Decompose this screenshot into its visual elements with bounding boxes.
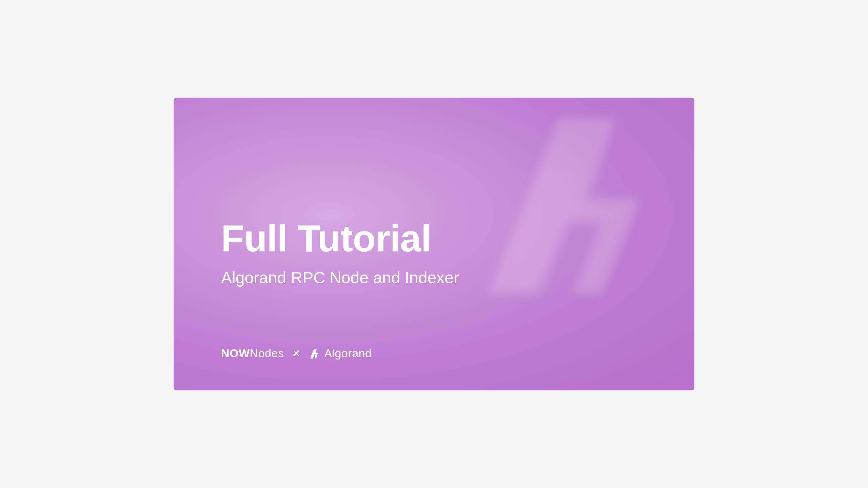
nownodes-logo: NOWNodes bbox=[221, 347, 284, 360]
nownodes-logo-light: Nodes bbox=[250, 347, 284, 360]
subtitle: Algorand RPC Node and Indexer bbox=[221, 268, 459, 287]
algorand-icon bbox=[309, 347, 321, 360]
promo-banner: Full Tutorial Algorand RPC Node and Inde… bbox=[174, 98, 694, 390]
text-content: Full Tutorial Algorand RPC Node and Inde… bbox=[221, 220, 459, 287]
algorand-logo: Algorand bbox=[309, 347, 372, 360]
algorand-logo-text: Algorand bbox=[324, 347, 372, 360]
main-title: Full Tutorial bbox=[221, 220, 459, 258]
partner-logos: NOWNodes ✕ Algorand bbox=[221, 347, 372, 360]
separator-icon: ✕ bbox=[292, 347, 300, 359]
nownodes-logo-bold: NOW bbox=[221, 347, 250, 360]
background-algorand-logo bbox=[440, 98, 677, 318]
